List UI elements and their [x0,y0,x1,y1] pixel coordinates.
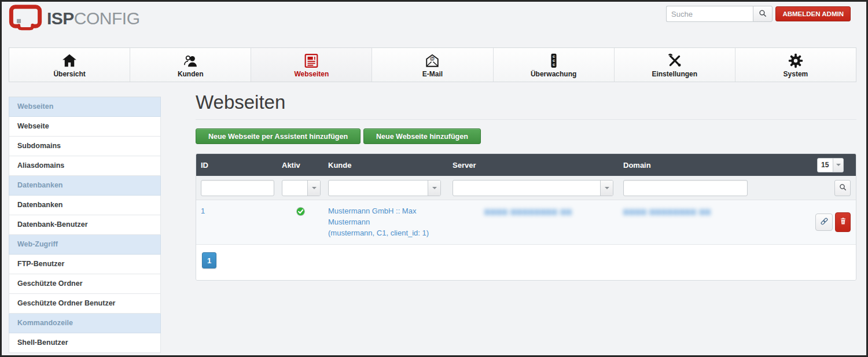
cell-kunde: Mustermann GmbH :: Max Mustermann (muste… [323,205,448,238]
table-row: 1 Mustermann GmbH :: Max Mustermann [196,200,856,245]
nav-tabs: ÜbersichtKundenWebseiten@E-MailcccÜberwa… [9,47,856,82]
filter-cell-server [448,180,619,196]
server-value-redacted: ▆▆▆▆ ▆▆▆▆▆▆▆▆ ▆▆ [484,207,572,215]
sidebar-section-datenbanken: Datenbanken [9,176,161,196]
monitoring-icon: ccc [546,52,561,68]
table-header-actions: 15 [763,158,856,172]
column-header-id[interactable]: ID [196,161,277,170]
tab-webseiten[interactable]: Webseiten [251,48,372,82]
column-header-server[interactable]: Server [448,161,619,170]
tab-label: Überwachung [531,70,576,78]
table-header-row: ID Aktiv Kunde Server Domain 15 [196,154,856,176]
column-header-aktiv[interactable]: Aktiv [277,161,323,170]
logout-button[interactable]: ABMELDEN ADMIN [775,6,851,21]
main-content: Webseiten Neue Webseite per Assistent hi… [196,91,856,281]
page-actions: Neue Webseite per Assistent hinzufügen N… [196,128,856,144]
home-icon [62,52,77,68]
filter-cell-id [196,180,277,196]
cell-domain: ▆▆▆▆ ▆▆▆▆▆▆▆▆ ▆▆ [619,205,763,238]
filter-domain-input[interactable] [623,180,748,196]
logo-text-light: CONFIG [74,9,140,28]
websites-icon [304,52,319,68]
chevron-down-icon [600,181,613,196]
logo-text: ISPCONFIG [47,9,140,28]
sidebar-item-gesch-tzte-ordner-benutzer[interactable]: Geschützte Ordner Benutzer [9,294,161,314]
row-id-link[interactable]: 1 [201,207,205,215]
sidebar-item-ftp-benutzer[interactable]: FTP-Benutzer [9,255,161,274]
filter-cell-kunde [323,180,448,196]
cell-server: ▆▆▆▆ ▆▆▆▆▆▆▆▆ ▆▆ [448,205,619,238]
kunde-line-1: Mustermann GmbH :: Max Mustermann [328,205,448,227]
ispconfig-logo[interactable]: ISPCONFIG [9,4,140,33]
page-size-value: 15 [821,161,829,169]
link-icon [819,216,829,228]
tab-einstellungen[interactable]: Einstellungen [615,48,735,82]
sidebar-section-webseiten: Webseiten [9,97,161,117]
top-header: ISPCONFIG ABMELDEN ADMIN [2,2,866,46]
ispconfig-app-window: ISPCONFIG ABMELDEN ADMIN ÜbersichtKunden… [0,0,868,357]
tab-label: System [784,70,808,78]
tab-label: Einstellungen [652,70,697,78]
filter-cell-aktiv [277,180,323,196]
search-icon [759,9,767,19]
column-header-domain[interactable]: Domain [619,161,763,170]
kunde-line-2: (mustermann, C1, client_id: 1) [328,227,448,238]
tab-e-mail[interactable]: @E-Mail [372,48,493,82]
chevron-down-icon [428,181,440,196]
row-kunde-link[interactable]: Mustermann GmbH :: Max Mustermann (muste… [328,205,448,238]
column-header-kunde[interactable]: Kunde [323,161,448,170]
sidebar-item-webseite[interactable]: Webseite [9,117,161,137]
add-website-button[interactable]: Neue Webseite hinzufügen [363,128,481,144]
tab-label: Kunden [178,70,204,78]
cell-aktiv [277,205,323,238]
page-title: Webseiten [196,91,856,113]
cell-id: 1 [196,205,277,238]
tab-kunden[interactable]: Kunden [130,48,251,82]
filter-aktiv-select[interactable] [282,180,321,196]
sidebar: WebseitenWebseiteSubdomainsAliasdomainsD… [9,97,161,353]
filter-cell-actions [763,180,856,196]
filter-kunde-select[interactable] [328,180,441,196]
sidebar-item-aliasdomains[interactable]: Aliasdomains [9,156,161,176]
sidebar-section-kommandozeile: Kommandozeile [9,314,161,333]
email-icon: @ [425,52,440,68]
pagination-page-1[interactable]: 1 [202,252,216,268]
row-link-button[interactable] [815,214,833,231]
tab-berwachung[interactable]: cccÜberwachung [494,48,615,82]
cell-actions [763,205,856,238]
domain-value-redacted: ▆▆▆▆ ▆▆▆▆▆▆▆▆ ▆▆ [623,207,711,215]
chevron-down-icon [833,159,843,172]
sidebar-item-gesch-tzte-ordner[interactable]: Geschützte Ordner [9,274,161,294]
trash-icon [839,216,847,227]
ispconfig-logo-icon [9,4,42,33]
header-search-group [666,6,773,22]
filter-id-input[interactable] [201,180,274,196]
websites-table: ID Aktiv Kunde Server Domain 15 [196,153,856,281]
active-check-icon[interactable] [296,207,306,238]
tools-icon [667,52,682,68]
sidebar-item-shell-benutzer[interactable]: Shell-Benutzer [9,333,161,353]
users-icon [183,52,198,68]
logo-text-bold: ISP [47,9,74,28]
page-size-select[interactable]: 15 [817,158,844,172]
header-search-button[interactable] [753,6,773,22]
tab-label: E-Mail [422,70,443,78]
tab-bersicht[interactable]: Übersicht [9,48,130,82]
sidebar-section-web-zugriff: Web-Zugriff [9,235,161,255]
chevron-down-icon [307,181,320,196]
sidebar-item-datenbank-benutzer[interactable]: Datenbank-Benutzer [9,215,161,235]
tab-label: Übersicht [53,70,85,78]
sidebar-item-subdomains[interactable]: Subdomains [9,137,161,156]
search-input[interactable] [666,6,753,22]
filter-search-button[interactable] [834,180,851,196]
title-divider [196,119,856,120]
add-website-wizard-button[interactable]: Neue Webseite per Assistent hinzufügen [196,128,361,144]
filter-server-select[interactable] [453,180,613,196]
sidebar-item-datenbanken[interactable]: Datenbanken [9,196,161,215]
svg-text:@: @ [430,55,435,61]
row-delete-button[interactable] [835,212,851,232]
tab-label: Webseiten [294,70,329,78]
search-icon [839,183,847,193]
table-pagination: 1 [196,245,856,280]
tab-system[interactable]: System [735,48,856,82]
